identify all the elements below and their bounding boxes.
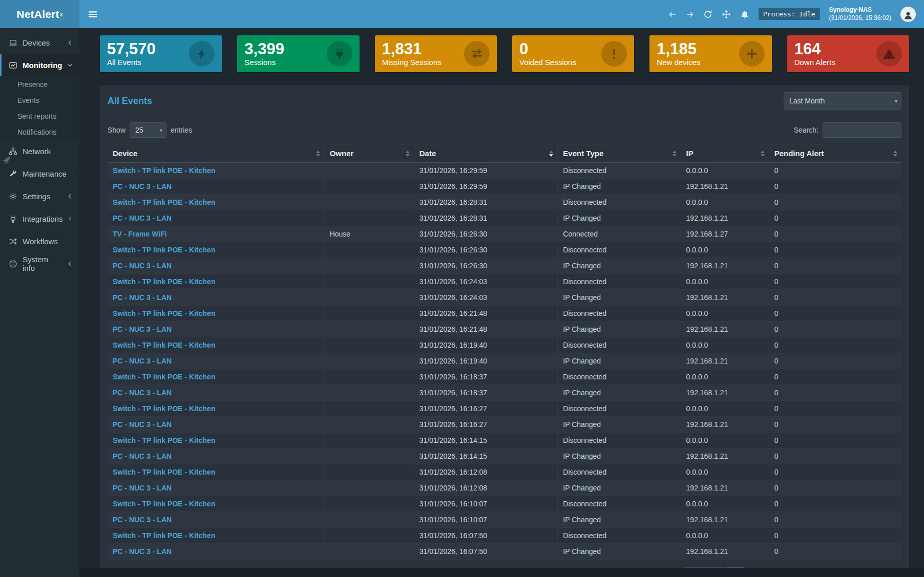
page-length-select[interactable]: 25 <box>130 122 166 138</box>
device-link[interactable]: PC - NUC 3 - LAN <box>113 484 172 492</box>
sidebar-item-maintenance[interactable]: Maintenance <box>0 162 79 185</box>
device-link[interactable]: Switch - TP link POE - Kitchen <box>113 500 215 508</box>
hamburger-menu-icon[interactable] <box>88 9 98 19</box>
notification-bell-icon[interactable] <box>740 10 749 19</box>
device-link[interactable]: Switch - TP link POE - Kitchen <box>113 341 215 349</box>
device-link[interactable]: PC - NUC 3 - LAN <box>113 516 172 524</box>
app-logo[interactable]: NetAlertx <box>0 0 79 28</box>
device-link[interactable]: PC - NUC 3 - LAN <box>113 357 172 365</box>
date-cell: 31/01/2026, 16:21:48 <box>414 306 558 322</box>
date-cell: 31/01/2026, 16:24:03 <box>414 290 558 306</box>
table-row: PC - NUC 3 - LAN31/01/2026, 16:18:37IP C… <box>108 385 901 401</box>
device-link[interactable]: TV - Frame WiFi <box>113 230 167 238</box>
refresh-icon[interactable] <box>703 10 712 19</box>
date-cell: 31/01/2026, 16:16:27 <box>414 417 558 433</box>
device-link[interactable]: PC - NUC 3 - LAN <box>113 452 172 460</box>
device-link[interactable]: Switch - TP link POE - Kitchen <box>113 246 215 254</box>
search-box: Search: <box>794 122 901 138</box>
sidebar-item-network[interactable]: Network <box>0 140 79 162</box>
stat-label: Sessions <box>244 58 284 67</box>
nav-back-icon[interactable] <box>668 10 677 18</box>
table-row: PC - NUC 3 - LAN31/01/2026, 16:21:48IP C… <box>108 322 901 337</box>
column-header-ip[interactable]: IP <box>681 144 769 163</box>
device-link[interactable]: PC - NUC 3 - LAN <box>113 547 172 555</box>
period-select[interactable]: Last Month <box>784 92 901 110</box>
date-cell: 31/01/2026, 16:18:37 <box>414 369 558 385</box>
sidebar-item-system-info[interactable]: System info <box>0 252 79 275</box>
sidebar-item-devices[interactable]: Devices <box>0 31 79 54</box>
sidebar-item-settings[interactable]: Settings <box>0 185 79 207</box>
move-icon[interactable] <box>722 10 731 19</box>
sidebar-item-workflows[interactable]: Workflows <box>0 230 79 252</box>
stat-card-all-events[interactable]: 57,570All Events <box>100 35 222 72</box>
pending-alert-cell: 0 <box>769 195 901 210</box>
stat-card-text: 0Voided Sessions <box>519 41 576 67</box>
events-table: DeviceOwnerDateEvent TypeIPPending Alert… <box>108 144 901 560</box>
sidebar-item-notifications[interactable]: Notifications <box>0 124 79 140</box>
device-link[interactable]: PC - NUC 3 - LAN <box>113 389 172 397</box>
pending-alert-cell: 0 <box>769 337 901 353</box>
owner-cell <box>324 544 414 560</box>
event-type-cell: IP Changed <box>558 448 681 464</box>
column-header-pending-alert[interactable]: Pending Alert <box>769 144 901 163</box>
device-link[interactable]: Switch - TP link POE - Kitchen <box>113 531 215 540</box>
sidebar-nav: DevicesMonitoringPresenceEventsSent repo… <box>0 31 79 275</box>
device-link[interactable]: Switch - TP link POE - Kitchen <box>113 468 215 476</box>
device-link[interactable]: Switch - TP link POE - Kitchen <box>113 404 215 413</box>
column-header-device[interactable]: Device <box>108 144 324 163</box>
date-cell: 31/01/2026, 16:12:08 <box>414 480 558 496</box>
device-link[interactable]: Switch - TP link POE - Kitchen <box>113 277 215 286</box>
owner-cell <box>324 385 414 401</box>
user-avatar[interactable] <box>900 7 916 22</box>
brand-superscript: x <box>60 11 63 18</box>
ip-cell: 192.168.1.21 <box>681 512 769 528</box>
sidebar-item-sent-reports[interactable]: Sent reports <box>0 108 79 124</box>
pending-alert-cell: 0 <box>769 385 901 401</box>
pending-alert-cell: 0 <box>769 163 901 179</box>
owner-cell <box>324 369 414 385</box>
column-header-event-type[interactable]: Event Type <box>558 144 681 163</box>
stat-card-down-alerts[interactable]: 164Down Alerts <box>787 35 909 72</box>
column-header-owner[interactable]: Owner <box>324 144 414 163</box>
device-link[interactable]: PC - NUC 3 - LAN <box>113 325 172 333</box>
stat-card-text: 164Down Alerts <box>794 41 835 67</box>
device-link[interactable]: PC - NUC 3 - LAN <box>113 420 172 429</box>
search-input[interactable] <box>823 122 901 138</box>
stat-card-voided-sessions[interactable]: 0Voided Sessions <box>512 35 634 72</box>
table-row: PC - NUC 3 - LAN31/01/2026, 16:28:31IP C… <box>108 210 901 226</box>
chevron-left-icon <box>67 193 73 200</box>
stat-card-missing-sessions[interactable]: 1,831Missing Sessions <box>375 35 497 72</box>
stat-card-new-devices[interactable]: 1,185New devices <box>649 35 771 72</box>
stat-card-text: 57,570All Events <box>107 41 156 67</box>
device-link[interactable]: PC - NUC 3 - LAN <box>113 293 172 302</box>
sidebar-item-monitoring[interactable]: Monitoring <box>0 54 79 76</box>
stat-icon-circle <box>601 41 627 67</box>
device-link[interactable]: PC - NUC 3 - LAN <box>113 262 172 270</box>
device-link[interactable]: Switch - TP link POE - Kitchen <box>113 436 215 444</box>
host-info: Synology-NAS (31/01/2026, 15:36:02) <box>829 6 891 22</box>
sidebar-item-label: Events <box>17 96 39 104</box>
device-link[interactable]: Switch - TP link POE - Kitchen <box>113 373 215 381</box>
sidebar-item-integrations[interactable]: Integrations <box>0 207 79 230</box>
device-link[interactable]: Switch - TP link POE - Kitchen <box>113 309 215 317</box>
nav-forward-icon[interactable] <box>686 10 694 18</box>
date-cell: 31/01/2026, 16:10:07 <box>414 496 558 512</box>
ip-cell: 192.168.1.21 <box>681 322 769 337</box>
stat-card-sessions[interactable]: 3,399Sessions <box>237 35 359 72</box>
column-header-date[interactable]: Date <box>414 144 558 163</box>
ip-cell: 192.168.1.21 <box>681 544 769 560</box>
ip-cell: 192.168.1.21 <box>681 417 769 433</box>
device-link[interactable]: PC - NUC 3 - LAN <box>113 214 172 222</box>
device-link[interactable]: PC - NUC 3 - LAN <box>113 182 172 190</box>
date-cell: 31/01/2026, 16:10:07 <box>414 512 558 528</box>
sidebar-item-events[interactable]: Events <box>0 92 79 108</box>
sidebar-item-presence[interactable]: Presence <box>0 76 79 92</box>
device-link[interactable]: Switch - TP link POE - Kitchen <box>113 198 215 206</box>
sort-icon <box>549 151 553 157</box>
event-type-cell: IP Changed <box>558 417 681 433</box>
device-link[interactable]: Switch - TP link POE - Kitchen <box>113 166 215 175</box>
pending-alert-cell: 0 <box>769 433 901 448</box>
table-row: Switch - TP link POE - Kitchen31/01/2026… <box>108 464 901 480</box>
pending-alert-cell: 0 <box>769 544 901 560</box>
event-type-cell: IP Changed <box>558 210 681 226</box>
